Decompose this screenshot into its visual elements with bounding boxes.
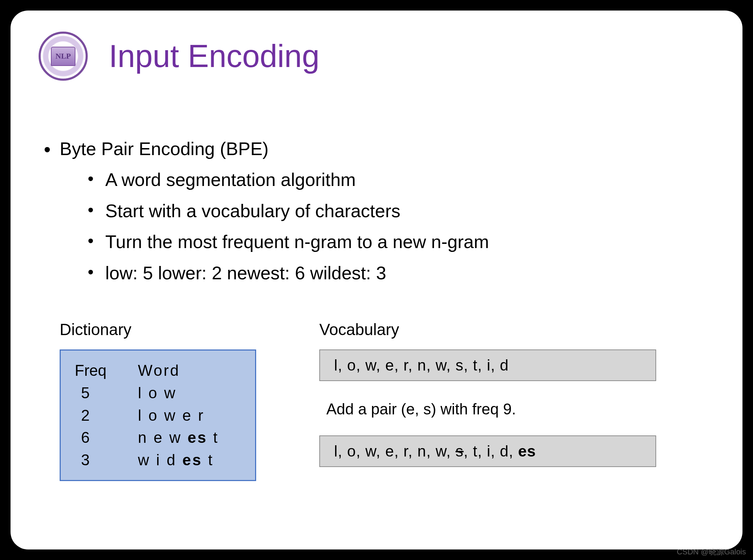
- table-row: 5 l o w: [75, 382, 241, 404]
- bullet-list: Byte Pair Encoding (BPE) A word segmenta…: [39, 133, 714, 288]
- dict-freq: 3: [75, 449, 138, 471]
- watermark: CSDN @晓源Galois: [677, 547, 746, 557]
- bullet-sub: A word segmentation algorithm: [39, 164, 714, 195]
- dictionary-header-row: Freq Word: [75, 359, 241, 382]
- table-row: 3 w i d es t: [75, 449, 241, 471]
- bullet-sub: Turn the most frequent n-gram to a new n…: [39, 226, 714, 257]
- table-row: 2 l o w e r: [75, 404, 241, 427]
- dictionary-column: Dictionary Freq Word 5 l o w 2 l o w e r…: [60, 320, 256, 481]
- bullet-sub: low: 5 lower: 2 newest: 6 wildest: 3: [39, 258, 714, 288]
- dict-word: n e w es t: [138, 426, 219, 449]
- logo-text: NLP: [51, 47, 75, 66]
- vocabulary-note: Add a pair (e, s) with freq 9.: [326, 400, 656, 418]
- table-row: 6 n e w es t: [75, 426, 241, 449]
- dict-freq: 5: [75, 382, 138, 404]
- dictionary-title: Dictionary: [60, 320, 256, 339]
- dict-freq: 6: [75, 426, 138, 449]
- vocabulary-box-initial: l, o, w, e, r, n, w, s, t, i, d: [319, 349, 656, 381]
- nlp-logo-icon: NLP: [39, 32, 88, 81]
- lower-section: Dictionary Freq Word 5 l o w 2 l o w e r…: [39, 320, 714, 481]
- dict-word: w i d es t: [138, 449, 214, 471]
- vocabulary-title: Vocabulary: [319, 320, 656, 339]
- vocabulary-column: Vocabulary l, o, w, e, r, n, w, s, t, i,…: [319, 320, 656, 481]
- dict-freq: 2: [75, 404, 138, 427]
- bullet-sub: Start with a vocabulary of characters: [39, 195, 714, 226]
- dict-header-word: Word: [138, 359, 180, 382]
- vocabulary-box-updated: l, o, w, e, r, n, w, s, t, i, d, es: [319, 435, 656, 467]
- dict-word: l o w e r: [138, 404, 205, 427]
- slide-header: NLP Input Encoding: [39, 32, 714, 81]
- slide: NLP Input Encoding Byte Pair Encoding (B…: [11, 11, 742, 549]
- dictionary-box: Freq Word 5 l o w 2 l o w e r 6 n e w es…: [60, 349, 256, 481]
- dict-word: l o w: [138, 382, 176, 404]
- dict-header-freq: Freq: [75, 359, 138, 382]
- slide-title: Input Encoding: [109, 38, 319, 74]
- bullet-main: Byte Pair Encoding (BPE): [39, 133, 714, 164]
